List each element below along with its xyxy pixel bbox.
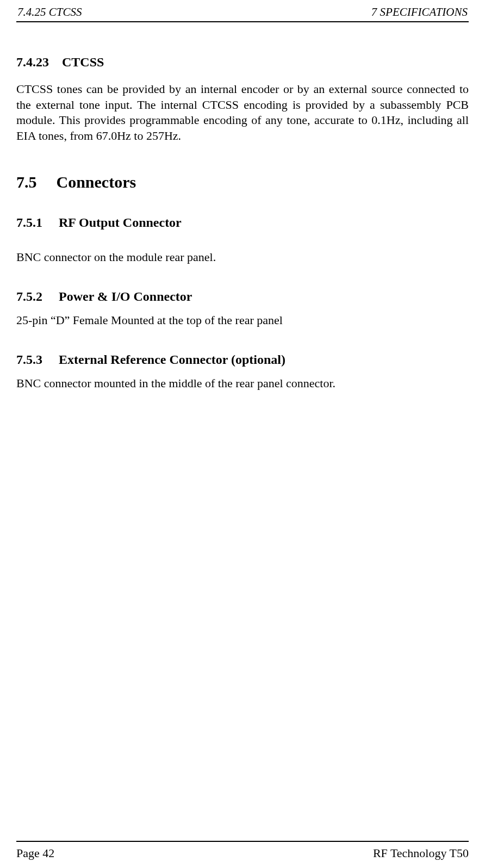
heading-ctcss: 7.4.23CTCSS (16, 55, 469, 70)
page-footer: Page 42 RF Technology T50 (16, 841, 469, 860)
header-left: 7.4.25 CTCSS (17, 5, 82, 19)
heading-number: 7.5.2 (16, 289, 42, 304)
footer-left: Page 42 (16, 846, 54, 860)
heading-power-io: 7.5.2Power & I/O Connector (16, 289, 469, 304)
paragraph-rf-output: BNC connector on the module rear panel. (16, 250, 469, 265)
header-right: 7 SPECIFICATIONS (371, 5, 468, 19)
heading-number: 7.5.1 (16, 215, 42, 230)
footer-right: RF Technology T50 (373, 846, 469, 860)
heading-number: 7.4.23 (16, 55, 49, 70)
page-header: 7.4.25 CTCSS 7 SPECIFICATIONS (16, 5, 469, 22)
paragraph-ext-ref: BNC connector mounted in the middle of t… (16, 376, 469, 392)
heading-text: CTCSS (62, 55, 104, 69)
page: 7.4.25 CTCSS 7 SPECIFICATIONS 7.4.23CTCS… (0, 0, 485, 868)
page-content: 7.4.23CTCSS CTCSS tones can be provided … (16, 22, 469, 391)
heading-text: External Reference Connector (optional) (59, 352, 285, 367)
heading-text: RF Output Connector (59, 215, 182, 230)
heading-number: 7.5 (16, 173, 37, 191)
heading-number: 7.5.3 (16, 352, 42, 367)
heading-connectors: 7.5Connectors (16, 173, 469, 191)
paragraph-power-io: 25-pin “D” Female Mounted at the top of … (16, 313, 469, 328)
heading-text: Connectors (57, 173, 136, 191)
heading-ext-ref: 7.5.3External Reference Connector (optio… (16, 352, 469, 367)
paragraph-ctcss: CTCSS tones can be provided by an intern… (16, 82, 469, 144)
heading-text: Power & I/O Connector (59, 289, 192, 303)
heading-rf-output: 7.5.1RF Output Connector (16, 215, 469, 230)
